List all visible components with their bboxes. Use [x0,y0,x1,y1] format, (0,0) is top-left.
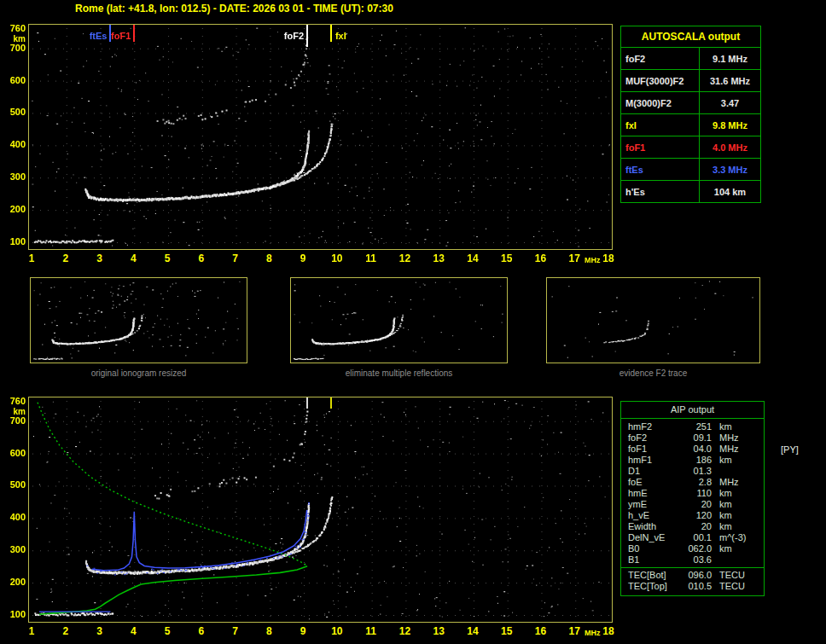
aip-row: foF209.1MHz [621,432,764,444]
x-axis-tick-last-top: 18 [602,253,614,264]
autoscala-row-label: h'Es [621,181,700,202]
autoscala-row-value: 3.47 [700,98,760,108]
x-axis-tick-last-bottom: 18 [602,626,614,636]
aip-row-unit: km [712,521,732,532]
fxI-marker-line [330,25,332,42]
thumbnail-f2-trace [546,277,760,363]
aip-row-value: 03.6 [681,554,712,566]
ionogram-canvas-top [29,25,612,249]
aip-row: DelN_vE00.1m^(-3) [621,532,764,543]
aip-row-value: 110 [681,488,712,499]
x-axis-tick-top: 3 [96,253,102,264]
y-axis-tick-bottom: 100 [2,609,26,619]
thumbnail-canvas-original [31,278,245,361]
x-axis-tick-top: 12 [399,253,410,264]
autoscala-row: foF14.0 MHz [621,136,760,158]
aip-row-unit: km [712,421,732,432]
x-axis-tick-top: 10 [331,253,342,264]
aip-row-value: 2.8 [681,477,712,488]
x-axis-tick-bottom: 14 [467,626,478,636]
fxI-marker-line-bottom [330,397,332,409]
aip-row-label: TEC[Bot] [621,570,681,581]
aip-row: h_vE120km [621,510,764,521]
foF2-marker-line [306,25,308,47]
thumbnail-caption-cleaned: eliminate multiple reflections [290,368,508,378]
aip-row-value: 062.0 [681,543,712,554]
x-axis-tick-bottom: 1 [29,626,35,636]
aip-row: ymE20km [621,499,764,510]
aip-row-unit [712,466,719,477]
autoscala-row: h'Es104 km [621,180,760,202]
fxI-marker-label: fxI [335,32,346,41]
ionogram-panel-top: ftEsfoF1foF2fxI [28,24,613,250]
aip-row-label: D1 [621,466,681,477]
autoscala-row: MUF(3000)F231.6 MHz [621,69,760,91]
autoscala-row-label: ftEs [621,159,700,180]
x-axis-tick-top: 4 [131,253,137,264]
x-axis-tick-bottom: 15 [501,626,512,636]
x-axis-tick-top: 6 [198,253,204,264]
x-axis-tick-bottom: 12 [399,626,410,636]
ionogram-panel-bottom-profile [28,397,613,623]
autoscala-row: fxI9.8 MHz [621,113,760,136]
x-axis-tick-top: 11 [365,253,376,264]
aip-row-unit: TECU [712,570,745,581]
page-title: Rome (lat: +41.8, lon: 012.5) - DATE: 20… [75,3,393,15]
thumbnail-canvas-cleaned [291,278,505,361]
thumbnail-caption-original: original ionogram resized [30,368,247,378]
aip-row: hmF1186km [621,455,764,466]
aip-row-unit: MHz [712,432,739,444]
thumbnail-multiple-reflections-removed [290,277,508,363]
autoscala-table-rows: foF29.1 MHzMUF(3000)F231.6 MHzM(3000)F23… [621,47,760,202]
aip-row-value: 09.1 [681,432,712,444]
aip-row-unit: km [712,499,732,510]
x-axis-tick-bottom: 7 [232,626,238,636]
x-axis-tick-top: 1 [29,253,35,264]
aip-row-unit: m^(-3) [712,532,746,543]
aip-row: TEC[Bot]096.0TECU [621,570,764,581]
foF1-marker-line [133,25,135,42]
aip-row: hmE110km [621,488,764,499]
aip-row: foE2.8MHz [621,477,764,488]
aip-table-rows: hmF2251kmfoF209.1MHzfoF104.0MHzhmF1186km… [621,419,764,595]
y-axis-tick-bottom: 500 [2,479,26,490]
x-axis-tick-bottom: 5 [165,626,171,636]
y-axis-tick-top: 500 [2,107,26,117]
aip-table-title: AIP output [621,402,764,419]
aip-row-label: foF2 [621,432,681,444]
autoscala-table-title: AUTOSCALA output [621,26,760,47]
autoscala-row-value: 3.3 MHz [700,165,760,175]
aip-separator [621,567,764,568]
autoscala-row-label: foF1 [621,136,700,158]
aip-row: B0062.0km [621,543,764,554]
x-axis-tick-bottom: 6 [198,626,204,636]
aip-row-value: 20 [681,499,712,510]
autoscala-screen: Rome (lat: +41.8, lon: 012.5) - DATE: 20… [0,0,826,644]
y-axis-tick-bottom: 200 [2,577,26,587]
y-axis-tick-top: 100 [2,236,26,247]
x-axis-unit-bottom: MHz [585,629,601,637]
aip-row-label: hmF1 [621,455,681,466]
aip-row-label: Ewidth [621,521,681,532]
aip-row-value: 01.3 [681,466,712,477]
autoscala-row-value: 9.8 MHz [700,120,760,131]
y-axis-tick-top: 200 [2,204,26,214]
aip-row-value: 096.0 [681,570,712,581]
y-axis-tick-bottom: 300 [2,544,26,554]
ionogram-canvas-bottom [29,397,612,622]
autoscala-row-label: fxI [621,114,700,136]
x-axis-tick-top: 5 [165,253,171,264]
x-axis-tick-bottom: 16 [535,626,546,636]
autoscala-row-value: 104 km [700,187,760,197]
aip-output-table: AIP output hmF2251kmfoF209.1MHzfoF104.0M… [620,401,765,596]
aip-row-value: 010.5 [681,581,712,592]
x-axis-tick-bottom: 4 [131,626,137,636]
y-axis-tick-top: 600 [2,75,26,85]
autoscala-row-value: 31.6 MHz [700,76,760,86]
x-axis-tick-bottom: 10 [331,626,342,636]
aip-row-value: 120 [681,510,712,521]
aip-row-label: DelN_vE [621,532,681,543]
aip-row-label: foE [621,477,681,488]
aip-row-unit: TECU [712,581,745,592]
autoscala-row-label: MUF(3000)F2 [621,70,700,91]
